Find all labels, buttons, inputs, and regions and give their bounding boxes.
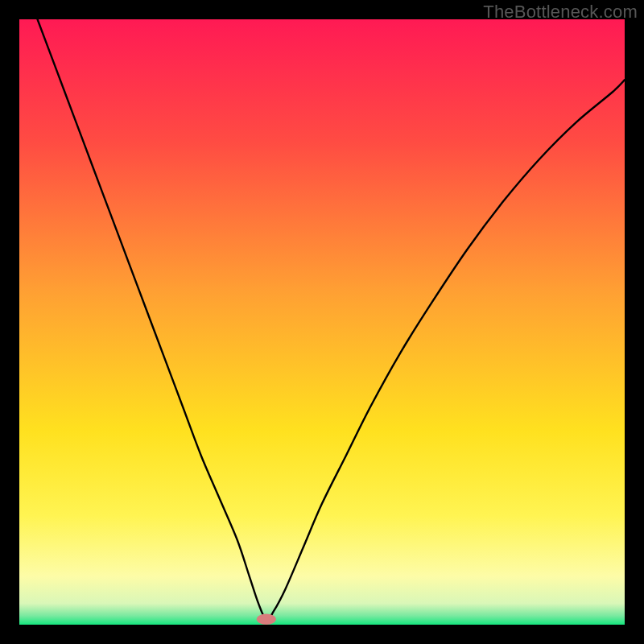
chart-frame bbox=[19, 19, 625, 625]
optimal-point-marker bbox=[257, 613, 276, 625]
gradient-background bbox=[19, 19, 625, 625]
watermark-text: TheBottleneck.com bbox=[483, 2, 638, 23]
bottleneck-chart bbox=[19, 19, 625, 625]
